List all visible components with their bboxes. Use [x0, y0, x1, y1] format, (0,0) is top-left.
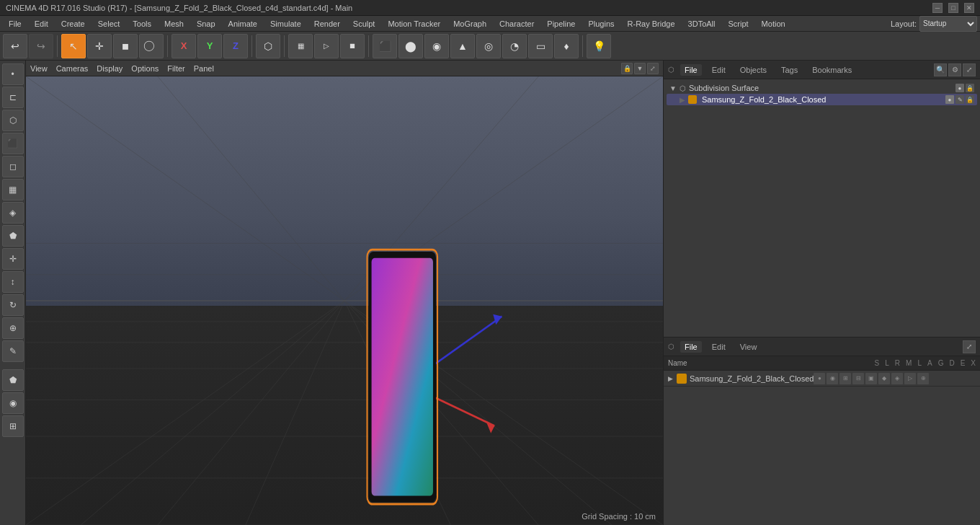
menu-character[interactable]: Character	[494, 18, 540, 30]
sidebar-rotate-button[interactable]: ↻	[2, 294, 24, 316]
objects-search-button[interactable]: 🔍	[934, 63, 947, 76]
axis-z-button[interactable]: Z	[223, 34, 248, 58]
menu-plugins[interactable]: Plugins	[582, 18, 620, 30]
objects-tab-tags[interactable]: Tags	[777, 64, 802, 76]
vp-menu-filter[interactable]: Filter	[167, 64, 184, 73]
menu-file[interactable]: File	[3, 18, 27, 30]
obj-vis-icon-samsung[interactable]: ●	[945, 95, 954, 104]
coord-system-button[interactable]: ⬡	[256, 34, 280, 58]
minimize-button[interactable]: ─	[932, 3, 943, 13]
attr-icon-grid2[interactable]: ⊟	[852, 373, 864, 384]
obj-edit-icon-samsung[interactable]: ✎	[956, 95, 964, 104]
attr-icon-diamond[interactable]: ◆	[878, 373, 890, 384]
attr-icon-target[interactable]: ◈	[891, 373, 903, 384]
anim-play-button[interactable]: ▷	[314, 34, 339, 58]
obj-cube-button[interactable]: ⬛	[373, 34, 397, 58]
axis-y-button[interactable]: Y	[197, 34, 222, 58]
objects-settings-button[interactable]: ⚙	[948, 63, 961, 76]
menu-edit[interactable]: Edit	[29, 18, 54, 30]
attr-tab-edit[interactable]: Edit	[708, 341, 730, 353]
obj-torus-button[interactable]: ◎	[476, 34, 501, 58]
obj-lock-icon-subdivision[interactable]: 🔒	[966, 84, 974, 92]
menu-mesh[interactable]: Mesh	[159, 18, 190, 30]
menu-rray[interactable]: R-Ray Bridge	[622, 18, 681, 30]
attr-tab-view[interactable]: View	[736, 341, 762, 353]
menu-create[interactable]: Create	[55, 18, 91, 30]
sidebar-sel1-button[interactable]: ◻	[2, 156, 24, 177]
vp-menu-display[interactable]: Display	[97, 64, 122, 73]
sidebar-move-button[interactable]: ✛	[2, 248, 24, 270]
vp-lock-button[interactable]: 🔒	[621, 63, 633, 74]
obj-figure-button[interactable]: ♦	[554, 34, 579, 58]
obj-vis-icon-subdivision[interactable]: ●	[956, 84, 964, 92]
vp-down-button[interactable]: ▼	[634, 63, 646, 74]
obj-item-samsung[interactable]: ▶ Samsung_Z_Fold_2_Black_Closed ● ✎ 🔒	[667, 94, 977, 105]
objects-tab-objects[interactable]: Objects	[736, 64, 771, 76]
sidebar-weight-button[interactable]: ◉	[2, 392, 24, 414]
sidebar-snap-button[interactable]: ⊕	[2, 317, 24, 339]
menu-render[interactable]: Render	[308, 18, 346, 30]
menu-simulate[interactable]: Simulate	[264, 18, 307, 30]
menu-pipeline[interactable]: Pipeline	[541, 18, 581, 30]
sidebar-poly-button[interactable]: ⬡	[2, 110, 24, 131]
redo-button[interactable]: ↪	[29, 34, 53, 58]
layout-select[interactable]: Startup	[919, 16, 977, 32]
viewport-3d[interactable]: Perspective	[26, 76, 663, 525]
anim-record-button[interactable]: ▦	[288, 34, 313, 58]
menu-motion[interactable]: Motion	[756, 18, 791, 30]
attr-expand-button[interactable]: ⤢	[963, 340, 976, 353]
sidebar-edges-button[interactable]: ⊏	[2, 87, 24, 108]
scale-tool-button[interactable]: ◼	[113, 34, 138, 58]
obj-cone-button[interactable]: ▲	[450, 34, 475, 58]
vp-menu-options[interactable]: Options	[131, 64, 159, 73]
vp-menu-cameras[interactable]: Cameras	[56, 64, 89, 73]
anim-stop-button[interactable]: ⏹	[340, 34, 365, 58]
axis-x-button[interactable]: X	[172, 34, 196, 58]
attr-tab-file[interactable]: File	[680, 341, 702, 353]
rotate-tool-button[interactable]: ⃝	[139, 34, 164, 58]
sidebar-paint-button[interactable]: ✎	[2, 340, 24, 362]
objects-expand-button[interactable]: ⤢	[963, 63, 976, 76]
obj-plane-button[interactable]: ▭	[528, 34, 553, 58]
menu-3dtoall[interactable]: 3DToAll	[682, 18, 721, 30]
vp-max-button[interactable]: ⤢	[647, 63, 659, 74]
attr-row-samsung[interactable]: ▶ Samsung_Z_Fold_2_Black_Closed ● ◉ ⊞ ⊟ …	[664, 371, 980, 387]
attr-icon-circle[interactable]: ◉	[827, 373, 838, 384]
objects-tab-edit[interactable]: Edit	[708, 64, 730, 76]
obj-item-subdivision[interactable]: ▼ ⬡ Subdivision Surface ● 🔒	[667, 82, 977, 94]
obj-disc-button[interactable]: ◔	[502, 34, 527, 58]
maximize-button[interactable]: □	[948, 3, 958, 13]
sidebar-points-button[interactable]: •	[2, 63, 24, 85]
vp-menu-view[interactable]: View	[30, 64, 48, 73]
obj-sphere-button[interactable]: ⬤	[398, 34, 423, 58]
select-tool-button[interactable]: ↖	[61, 34, 86, 58]
menu-snap[interactable]: Snap	[191, 18, 221, 30]
attr-icon-grid1[interactable]: ⊞	[839, 373, 851, 384]
objects-tab-bookmarks[interactable]: Bookmarks	[808, 64, 856, 76]
menu-sculpt[interactable]: Sculpt	[347, 18, 381, 30]
undo-button[interactable]: ↩	[3, 34, 27, 58]
sidebar-sculpt-button[interactable]: ⬟	[2, 369, 24, 391]
menu-animate[interactable]: Animate	[223, 18, 263, 30]
objects-tab-file[interactable]: File	[680, 64, 702, 76]
menu-tools[interactable]: Tools	[127, 18, 157, 30]
attr-icon-dot[interactable]: ●	[814, 373, 825, 384]
attr-icon-play[interactable]: ▷	[904, 373, 916, 384]
sidebar-sel2-button[interactable]: ▦	[2, 179, 24, 200]
menu-motion-tracker[interactable]: Motion Tracker	[382, 18, 446, 30]
light-button[interactable]: 💡	[587, 34, 611, 58]
sidebar-layers-button[interactable]: ⊞	[2, 415, 24, 437]
attr-icon-grid3[interactable]: ▣	[865, 373, 877, 384]
attr-icon-plus[interactable]: ⊕	[917, 373, 929, 384]
close-button[interactable]: ✕	[964, 3, 974, 13]
sidebar-scale-button[interactable]: ↕	[2, 271, 24, 293]
menu-script[interactable]: Script	[722, 18, 754, 30]
obj-cylinder-button[interactable]: ◉	[424, 34, 449, 58]
obj-lock-icon-samsung[interactable]: 🔒	[966, 95, 974, 104]
menu-mograph[interactable]: MoGraph	[447, 18, 492, 30]
vp-menu-panel[interactable]: Panel	[194, 64, 214, 73]
move-tool-button[interactable]: ✛	[87, 34, 112, 58]
sidebar-sel4-button[interactable]: ⬟	[2, 225, 24, 247]
sidebar-sel3-button[interactable]: ◈	[2, 202, 24, 224]
sidebar-obj-button[interactable]: ⬛	[2, 133, 24, 154]
